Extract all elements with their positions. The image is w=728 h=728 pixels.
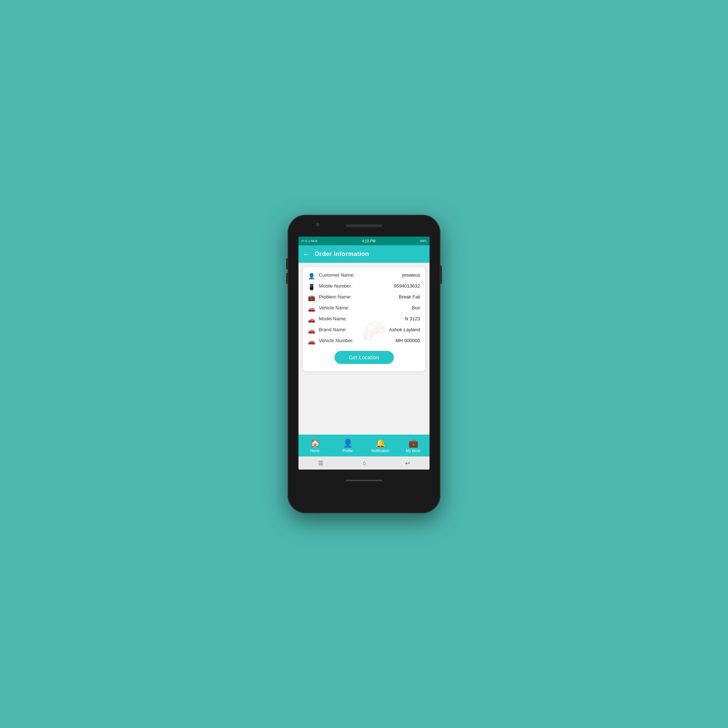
model-name-content: Model Name: N 3123 [319, 316, 420, 321]
back-button[interactable]: ← [303, 251, 310, 258]
phone-shell: H G 1.5K/s 4:18 PM 99% ← Order Informati… [288, 215, 440, 513]
phone-top [288, 215, 440, 237]
brand-name-label: Brand Name: [319, 327, 389, 332]
customer-name-content: Customer Name: yesweus [319, 272, 420, 278]
mywork-label: My Work [406, 449, 420, 453]
status-bar: H G 1.5K/s 4:18 PM 99% [298, 237, 430, 245]
home-system-button[interactable]: ⌂ [362, 460, 366, 466]
home-bar [346, 480, 382, 481]
app-bar-title: Order Information [315, 251, 369, 258]
problem-name-row: 💼 Problem Name: Break Fail [308, 294, 420, 301]
phone-bottom [288, 470, 440, 491]
screen: H G 1.5K/s 4:18 PM 99% ← Order Informati… [298, 237, 430, 470]
vehicle-number-label: Vehicle Number: [319, 338, 396, 343]
vehicle-number-icon: 🚗 [308, 338, 315, 345]
vehicle-number-content: Vehicle Number: MH 000000 [319, 338, 420, 343]
content-area: 🚗 🚗 👤 Customer Name: yesweus 📱 [298, 263, 430, 434]
brand-name-icon: 🚗 [308, 327, 315, 334]
status-time: 4:18 PM [362, 239, 375, 243]
status-left: H G 1.5K/s [301, 239, 317, 243]
home-label: Home [310, 449, 320, 453]
notification-label: Notification [371, 449, 389, 453]
home-icon: 🏠 [310, 439, 320, 448]
problem-name-value: Break Fail [399, 294, 420, 300]
menu-button[interactable]: ☰ [318, 460, 323, 466]
profile-icon: 👤 [343, 439, 353, 448]
vehicle-name-row: 🚗 Vehicle Name: Bus [308, 305, 420, 312]
model-name-icon: 🚗 [308, 316, 315, 323]
customer-name-row: 👤 Customer Name: yesweus [308, 272, 420, 280]
volume-down-btn[interactable] [286, 273, 288, 284]
power-btn[interactable] [440, 266, 442, 284]
mobile-number-content: Mobile Number: 9594013632 [319, 283, 420, 289]
speaker [346, 224, 382, 227]
customer-icon: 👤 [308, 273, 315, 280]
app-bar: ← Order Information [298, 245, 430, 263]
model-name-value: N 3123 [405, 316, 420, 321]
notification-icon: 🔔 [376, 439, 385, 448]
bottom-nav: 🏠 Home 👤 Profile 🔔 Notification 💼 My Wor… [298, 434, 430, 456]
brand-name-content: Brand Name: Ashok Layland [319, 327, 420, 332]
system-nav: ☰ ⌂ ↩ [298, 456, 430, 470]
vehicle-name-label: Vehicle Name: [319, 305, 412, 310]
mywork-icon: 💼 [408, 439, 418, 448]
get-location-button[interactable]: Get Location [335, 351, 394, 364]
battery-text: 99% [420, 239, 427, 243]
problem-name-content: Problem Name: Break Fail [319, 294, 420, 300]
mobile-number-label: Mobile Number: [319, 283, 394, 289]
camera [316, 223, 320, 226]
customer-name-value: yesweus [401, 272, 420, 278]
vehicle-name-icon: 🚗 [308, 305, 315, 312]
mobile-number-row: 📱 Mobile Number: 9594013632 [308, 283, 420, 291]
vehicle-name-content: Vehicle Name: Bus [319, 305, 420, 310]
nav-item-notification[interactable]: 🔔 Notification [364, 439, 397, 453]
brand-name-row: 🚗 Brand Name: Ashok Layland [308, 327, 420, 334]
mobile-number-value: 9594013632 [394, 283, 420, 289]
nav-item-mywork[interactable]: 💼 My Work [397, 439, 430, 453]
model-name-row: 🚗 Model Name: N 3123 [308, 316, 420, 323]
scene: H G 1.5K/s 4:18 PM 99% ← Order Informati… [288, 215, 440, 513]
vehicle-number-value: MH 000000 [396, 338, 420, 343]
signal-text: H G 1.5K/s [301, 239, 317, 243]
customer-name-label: Customer Name: [319, 272, 401, 278]
problem-name-label: Problem Name: [319, 294, 399, 300]
vehicle-name-value: Bus [412, 305, 420, 310]
profile-label: Profile [343, 449, 353, 453]
problem-icon: 💼 [308, 294, 315, 301]
nav-item-profile[interactable]: 👤 Profile [331, 439, 364, 453]
status-right: 99% [420, 239, 427, 243]
order-card: 👤 Customer Name: yesweus 📱 Mobile Number… [303, 267, 425, 371]
volume-up-btn[interactable] [286, 258, 288, 269]
brand-name-value: Ashok Layland [389, 327, 420, 332]
nav-item-home[interactable]: 🏠 Home [298, 439, 331, 453]
vehicle-number-row: 🚗 Vehicle Number: MH 000000 [308, 338, 420, 345]
mobile-icon: 📱 [308, 284, 315, 291]
model-name-label: Model Name: [319, 316, 405, 321]
back-system-button[interactable]: ↩ [405, 460, 410, 466]
